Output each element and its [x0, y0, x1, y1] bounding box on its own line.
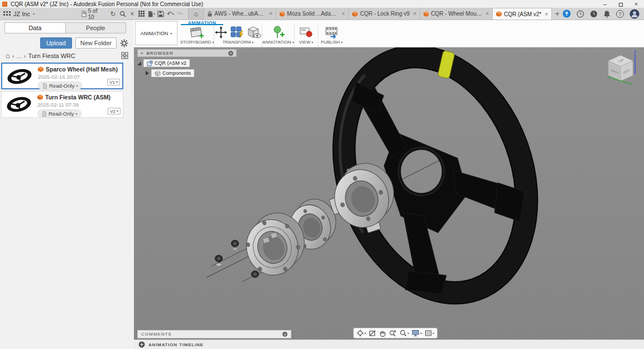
access-dropdown[interactable]: Read-Only ▾: [38, 82, 82, 90]
expand-open-icon[interactable]: [137, 61, 141, 65]
comments-bar[interactable]: COMMENTS: [137, 330, 291, 338]
close-tab-icon[interactable]: ×: [342, 11, 345, 17]
timeline-settings-icon[interactable]: [138, 341, 145, 348]
orbit-button[interactable]: ▾: [357, 329, 366, 337]
notifications-bell-icon[interactable]: [603, 10, 611, 18]
tab-label: AWS - Whe...ubASM) v2: [214, 11, 266, 17]
document-tab-wheel-mount[interactable]: CQR - Wheel Mount v6 ×: [420, 8, 493, 20]
undo-button[interactable]: ↶ ▾: [166, 8, 175, 20]
read-only-icon: [42, 83, 47, 89]
annotation-icon[interactable]: [272, 26, 285, 39]
group-transform: TRANSFORM ▾: [214, 25, 262, 47]
access-dropdown[interactable]: Read-Only ▾: [37, 109, 81, 118]
group-dropdown[interactable]: STORYBOARD ▾: [180, 40, 214, 45]
breadcrumb-ellipsis[interactable]: ...: [17, 52, 22, 59]
home-tab[interactable]: ⌂: [188, 8, 204, 20]
new-document-button[interactable]: ▾: [147, 8, 156, 20]
browser-node-root[interactable]: CQR (ASM v2: [137, 59, 237, 67]
group-publish: PUBLISH ▾: [318, 25, 345, 47]
read-only-icon: [42, 111, 47, 117]
document-tab-lock-ring[interactable]: CQR - Lock Ring v9 ×: [349, 8, 420, 20]
pan-button[interactable]: [379, 329, 386, 337]
restore-button[interactable]: [613, 1, 628, 7]
view-cube[interactable]: TOP BACK LEFT Z: [602, 50, 641, 89]
new-tab-button[interactable]: +: [552, 8, 563, 20]
save-icon: [157, 11, 164, 17]
job-status-icon[interactable]: [563, 9, 571, 18]
browser-header[interactable]: « BROWSER: [137, 49, 237, 57]
tab-people[interactable]: People: [66, 22, 127, 34]
zoom-button[interactable]: [389, 329, 397, 337]
save-button[interactable]: [156, 8, 166, 20]
browser-node-components[interactable]: Components: [146, 69, 237, 77]
data-panel: Data People Upload New Folder ⌂ › ... › …: [0, 20, 134, 349]
close-tab-icon[interactable]: ×: [269, 11, 272, 17]
version-dropdown[interactable]: V1 ▾: [107, 79, 120, 85]
expand-closed-icon[interactable]: [146, 71, 149, 75]
collapse-panel-icon[interactable]: «: [141, 51, 143, 56]
chevron-down-icon: ▾: [341, 41, 343, 44]
document-tab-aws[interactable]: AWS - Whe...ubASM) v2 ×: [204, 8, 276, 20]
look-at-button[interactable]: [369, 329, 376, 337]
new-folder-button[interactable]: New Folder: [75, 37, 117, 49]
fit-button[interactable]: ▾: [400, 329, 409, 337]
chevron-icon: ›: [12, 52, 15, 59]
help-icon[interactable]: ?: [616, 10, 624, 18]
home-icon[interactable]: ⌂: [6, 51, 10, 60]
project-grid-icon[interactable]: [121, 52, 128, 59]
file-card-turn-fiesta[interactable]: Turn Fiesta WRC (ASM) 2025-02-11 07:39 R…: [1, 91, 123, 118]
storyboard-icon[interactable]: [190, 26, 204, 39]
close-window-button[interactable]: ×: [628, 1, 644, 7]
breadcrumb-current[interactable]: Turn Fiesta WRC: [28, 52, 75, 59]
clock-icon[interactable]: [590, 10, 598, 18]
document-tab-cqr-asm-active[interactable]: CQR (ASM v2* ×: [493, 8, 552, 20]
refresh-button[interactable]: ↻: [108, 8, 118, 20]
group-annotation: ANNOTATION ▾: [262, 25, 294, 47]
capture-position-icon[interactable]: [230, 26, 244, 39]
close-tab-icon[interactable]: ×: [413, 11, 416, 17]
group-label-text: TRANSFORM: [223, 40, 251, 45]
fusion-document-icon: [280, 11, 285, 17]
panel-toggle-icon[interactable]: [228, 51, 233, 56]
minimize-button[interactable]: –: [597, 1, 613, 7]
version-dropdown[interactable]: V2 ▾: [108, 108, 121, 114]
steering-wheel-assembly-model[interactable]: [134, 47, 644, 340]
z-axis-label: Z: [634, 50, 636, 54]
group-dropdown[interactable]: ANNOTATION ▾: [262, 40, 294, 45]
ribbon-tab-animation[interactable]: ANIMATION: [181, 20, 223, 25]
close-document-button[interactable]: ×: [127, 8, 137, 20]
tab-label: CQR - Wheel Mount v6: [431, 11, 482, 17]
move-icon[interactable]: [215, 26, 227, 39]
upload-button[interactable]: Upload: [40, 37, 72, 49]
team-switcher[interactable]: JZ Inc ▾: [0, 8, 81, 20]
search-button[interactable]: [118, 8, 127, 20]
chevron-down-icon: ▾: [76, 84, 78, 88]
animation-timeline-bar[interactable]: ANIMATION TIMELINE: [134, 340, 644, 349]
search-icon: [119, 11, 126, 17]
grid-layout-button[interactable]: ▾: [425, 329, 434, 337]
close-tab-icon[interactable]: ×: [486, 11, 489, 17]
workspace-selector[interactable]: ANIMATION ▾: [135, 21, 177, 45]
close-tab-icon[interactable]: ×: [545, 11, 548, 17]
avatar[interactable]: [629, 9, 640, 19]
panel-toggle-icon[interactable]: [282, 332, 287, 337]
data-panel-tabs: Data People: [4, 22, 126, 34]
gear-icon[interactable]: [120, 39, 128, 47]
redo-button[interactable]: ↷ ▾: [175, 8, 185, 20]
cube-eye-icon[interactable]: [247, 26, 261, 39]
view-icon[interactable]: [300, 27, 313, 38]
publish-icon[interactable]: [325, 26, 339, 39]
display-settings-button[interactable]: ▾: [412, 329, 422, 337]
browser-panel: « BROWSER CQR (ASM v2 Components: [137, 49, 237, 77]
apps-grid-button[interactable]: [137, 8, 146, 20]
tab-label: CQR (ASM v2*: [504, 11, 541, 17]
group-dropdown[interactable]: PUBLISH ▾: [321, 40, 343, 45]
history-icon[interactable]: [576, 10, 584, 18]
tab-data[interactable]: Data: [4, 22, 66, 34]
document-tab-moza[interactable]: Moza Solid ...Adapter v5* ×: [276, 8, 349, 20]
viewport-3d[interactable]: « BROWSER CQR (ASM v2 Components TOP BAC…: [134, 47, 644, 340]
file-card-sparco-wheel[interactable]: Sparco Wheel (Half Mesh) 2025-02-16 20:0…: [1, 63, 123, 89]
file-thumbnail: [4, 94, 34, 115]
group-dropdown[interactable]: TRANSFORM ▾: [223, 40, 254, 45]
group-dropdown[interactable]: VIEW ▾: [299, 40, 313, 45]
